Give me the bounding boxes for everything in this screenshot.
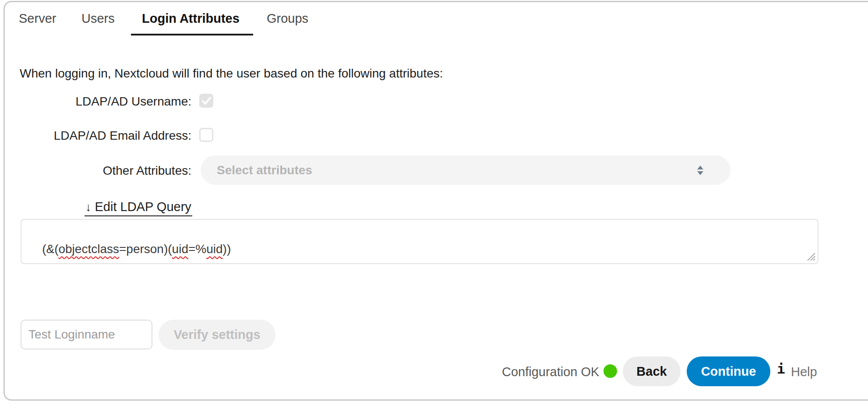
other-attributes-label: Other Attributes: [0, 164, 191, 178]
username-label: LDAP/AD Username: [0, 95, 191, 109]
verify-settings-button[interactable]: Verify settings [159, 320, 275, 350]
email-label: LDAP/AD Email Address: [0, 129, 191, 143]
edit-ldap-query-label: Edit LDAP Query [95, 200, 191, 214]
tab-server[interactable]: Server [19, 11, 56, 26]
other-attributes-select[interactable]: Select attributes [201, 155, 730, 185]
query-segment: (&( [42, 242, 58, 256]
select-updown-icon [696, 165, 704, 176]
tab-users[interactable]: Users [81, 11, 115, 26]
tab-login-attributes[interactable]: Login Attributes [142, 11, 240, 26]
status-ok-dot [603, 364, 617, 378]
query-segment: =% [188, 242, 206, 256]
test-loginname-input[interactable] [21, 320, 152, 349]
down-arrow-icon: ↓ [85, 201, 92, 214]
username-checkbox[interactable] [199, 94, 213, 108]
textarea-resize-handle[interactable] [806, 252, 816, 261]
query-segment: =person)( [119, 242, 172, 256]
query-segment-misspelled: uid [172, 242, 188, 256]
ldap-query-textarea[interactable]: (&(objectclass=person)(uid=%uid)) [21, 219, 819, 264]
email-checkbox[interactable] [199, 128, 213, 142]
query-segment-misspelled: objectclass [58, 242, 119, 256]
help-link[interactable]: Help [791, 365, 817, 379]
active-tab-underline [131, 34, 253, 35]
info-icon: i [777, 361, 785, 377]
query-segment: )) [223, 242, 231, 256]
continue-button[interactable]: Continue [687, 356, 770, 386]
checkmark-icon [199, 94, 213, 108]
query-segment-misspelled: uid [206, 242, 222, 256]
ldap-wizard: Server Users Login Attributes Groups Whe… [0, 0, 868, 409]
back-button[interactable]: Back [623, 356, 681, 386]
select-placeholder: Select attributes [217, 155, 312, 185]
configuration-status-text: Configuration OK [502, 365, 599, 379]
intro-text: When logging in, Nextcloud will find the… [20, 67, 443, 81]
tab-groups[interactable]: Groups [267, 11, 308, 26]
edit-ldap-query-link[interactable]: ↓Edit LDAP Query [85, 200, 192, 216]
